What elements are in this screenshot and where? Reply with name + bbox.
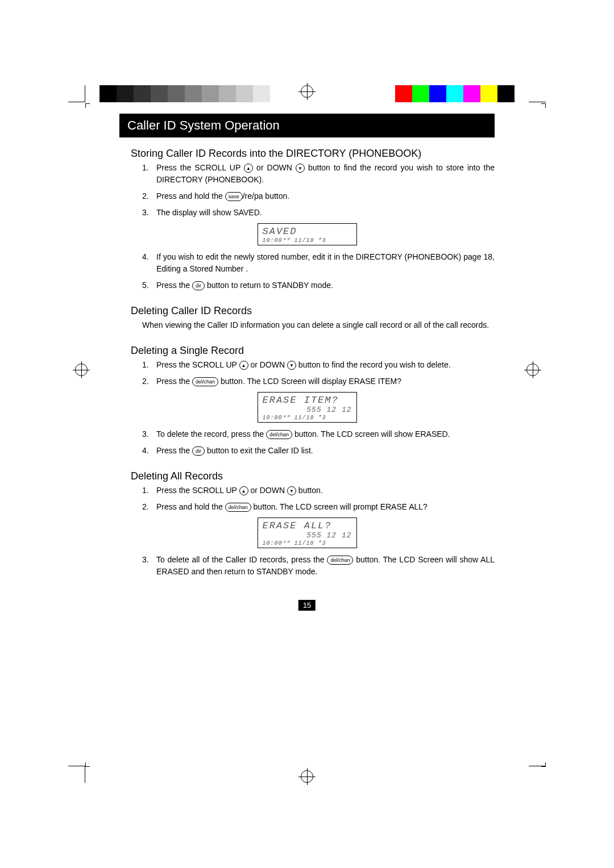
- del-chan-button-icon: del/chan: [266, 430, 292, 439]
- list-item: 4. Press the dir button to exit the Call…: [142, 445, 495, 457]
- crop-mark: [68, 85, 85, 102]
- scroll-up-icon: [239, 486, 248, 495]
- deleting-lead: When viewing the Caller ID information y…: [142, 319, 495, 331]
- lcd-line: ERASE ITEM?: [263, 395, 352, 406]
- all-list: 1. Press the SCROLL UP or DOWN button. 2…: [142, 485, 495, 513]
- section-heading-deleting: Deleting Caller ID Records: [131, 305, 495, 317]
- registration-mark: [75, 364, 88, 376]
- color-bar: [395, 85, 515, 102]
- registration-mark: [301, 770, 313, 783]
- grayscale-bar: [99, 85, 270, 102]
- single-list-2: 3. To delete the record, press the del/c…: [142, 428, 495, 457]
- crop-mark: [529, 85, 546, 102]
- list-item: 3. To delete the record, press the del/c…: [142, 428, 495, 440]
- lcd-erase-all: ERASE ALL? 555 12 12 10:00ᴬᴹ 11/18 *3: [258, 518, 357, 548]
- crop-mark: [541, 103, 546, 108]
- lcd-line: ERASE ALL?: [263, 520, 352, 531]
- section-heading-all: Deleting All Records: [131, 470, 495, 482]
- del-chan-button-icon: del/chan: [225, 503, 251, 512]
- storing-list-2: 4. If you wish to edit the newly stored …: [142, 251, 495, 291]
- page-content: Caller ID System Operation Storing Calle…: [119, 114, 495, 582]
- crop-mark: [541, 762, 546, 767]
- scroll-down-icon: [287, 361, 296, 370]
- scroll-up-icon: [239, 361, 248, 370]
- scroll-down-icon: [287, 486, 296, 495]
- list-item: 2. Press and hold the del/chan button. T…: [142, 501, 495, 513]
- lcd-line: 10:00ᴬᴹ 11/18 *3: [263, 414, 352, 421]
- list-item: 2. Press and hold the save/re/pa button.: [142, 190, 495, 202]
- list-item: 5. Press the dir button to return to STA…: [142, 279, 495, 291]
- section-heading-storing: Storing Caller ID Records into the DIREC…: [131, 148, 495, 160]
- crop-mark: [529, 766, 546, 783]
- lcd-saved: SAVED 10:00ᴬᴹ 11/18 *3: [258, 223, 357, 245]
- lcd-erase-item: ERASE ITEM? 555 12 12 10:00ᴬᴹ 11/18 *3: [258, 392, 357, 423]
- lcd-line: 10:00ᴬᴹ 11/18 *3: [263, 540, 352, 546]
- del-chan-button-icon: del/chan: [327, 556, 353, 565]
- list-item: 3. To delete all of the Caller ID record…: [142, 554, 495, 578]
- del-chan-button-icon: del/chan: [192, 377, 218, 386]
- lcd-line: 10:00ᴬᴹ 11/18 *3: [263, 237, 352, 244]
- dir-button-icon: dir: [192, 281, 205, 290]
- all-list-2: 3. To delete all of the Caller ID record…: [142, 554, 495, 578]
- page-number: 15: [298, 600, 316, 611]
- registration-mark: [526, 364, 539, 376]
- crop-mark: [85, 103, 90, 108]
- lcd-line: 555 12 12: [263, 531, 352, 540]
- list-item: 3. The display will show SAVED.: [142, 207, 495, 219]
- lcd-line: 555 12 12: [263, 406, 352, 414]
- crop-mark: [85, 762, 90, 767]
- save-button-icon: save: [225, 192, 243, 201]
- scroll-down-icon: [296, 164, 305, 173]
- crop-mark: [68, 766, 85, 783]
- registration-mark: [301, 85, 313, 98]
- dir-button-icon: dir: [192, 446, 205, 456]
- lcd-line: SAVED: [263, 226, 352, 237]
- section-heading-single: Deleting a Single Record: [131, 345, 495, 357]
- list-item: 1. Press the SCROLL UP or DOWN button.: [142, 485, 495, 496]
- scroll-up-icon: [244, 164, 253, 173]
- page-title: Caller ID System Operation: [119, 114, 495, 137]
- list-item: 2. Press the del/chan button. The LCD Sc…: [142, 375, 495, 387]
- list-item: 1. Press the SCROLL UP or DOWN button to…: [142, 162, 495, 186]
- list-item: 1. Press the SCROLL UP or DOWN button to…: [142, 359, 495, 371]
- list-item: 4. If you wish to edit the newly stored …: [142, 251, 495, 275]
- storing-list: 1. Press the SCROLL UP or DOWN button to…: [142, 162, 495, 219]
- single-list: 1. Press the SCROLL UP or DOWN button to…: [142, 359, 495, 387]
